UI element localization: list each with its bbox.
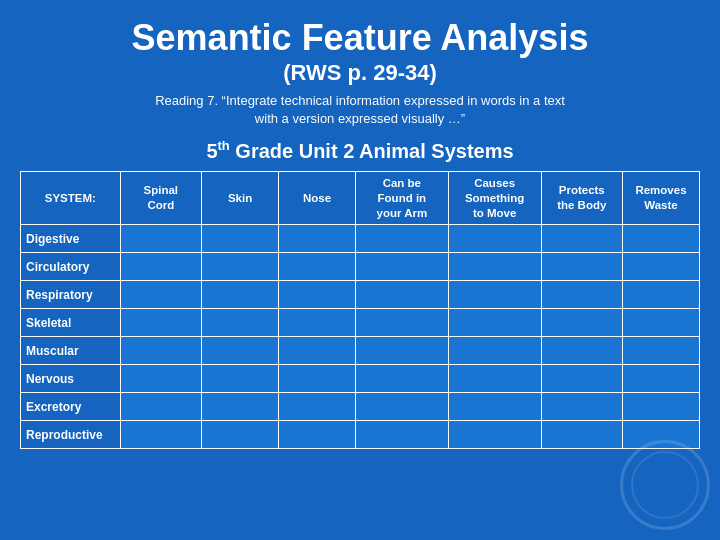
- table-cell: [448, 281, 541, 309]
- table-cell: [120, 225, 201, 253]
- col-header-protects: Protectsthe Body: [541, 171, 622, 225]
- table-row: Reproductive: [21, 421, 700, 449]
- table-cell: [448, 365, 541, 393]
- table-row: Muscular: [21, 337, 700, 365]
- table-cell: [541, 281, 622, 309]
- table-cell: [279, 225, 356, 253]
- table-cell: [355, 309, 448, 337]
- table-cell: [279, 365, 356, 393]
- table-cell: [202, 365, 279, 393]
- row-label: Excretory: [21, 393, 121, 421]
- table-cell: [622, 365, 699, 393]
- table-cell: [355, 393, 448, 421]
- table-row: Respiratory: [21, 281, 700, 309]
- table-cell: [279, 421, 356, 449]
- table-cell: [120, 365, 201, 393]
- table-cell: [448, 393, 541, 421]
- table-cell: [202, 253, 279, 281]
- table-row: Circulatory: [21, 253, 700, 281]
- row-label: Respiratory: [21, 281, 121, 309]
- table-cell: [120, 281, 201, 309]
- row-label: Digestive: [21, 225, 121, 253]
- table-row: Digestive: [21, 225, 700, 253]
- table-cell: [448, 253, 541, 281]
- table-cell: [448, 337, 541, 365]
- table-cell: [120, 309, 201, 337]
- col-header-skin: Skin: [202, 171, 279, 225]
- table-cell: [120, 421, 201, 449]
- table-cell: [279, 281, 356, 309]
- table-cell: [120, 337, 201, 365]
- table-cell: [279, 309, 356, 337]
- superscript: th: [218, 138, 230, 153]
- table-cell: [622, 225, 699, 253]
- col-header-nose: Nose: [279, 171, 356, 225]
- page: Semantic Feature Analysis (RWS p. 29-34)…: [0, 0, 720, 540]
- row-label: Nervous: [21, 365, 121, 393]
- table-cell: [622, 393, 699, 421]
- table-cell: [541, 309, 622, 337]
- row-label: Skeletal: [21, 309, 121, 337]
- reading-text: Reading 7. “Integrate technical informat…: [155, 92, 565, 128]
- table-cell: [279, 253, 356, 281]
- watermark-decoration: [620, 440, 710, 530]
- table-cell: [355, 337, 448, 365]
- table-cell: [541, 393, 622, 421]
- table-cell: [541, 365, 622, 393]
- table-cell: [202, 281, 279, 309]
- table-cell: [355, 225, 448, 253]
- table-cell: [355, 281, 448, 309]
- subtitle: (RWS p. 29-34): [283, 60, 437, 86]
- table-cell: [541, 225, 622, 253]
- table-row: Nervous: [21, 365, 700, 393]
- table-cell: [202, 309, 279, 337]
- table-cell: [120, 393, 201, 421]
- table-cell: [541, 337, 622, 365]
- col-header-spinal: SpinalCord: [120, 171, 201, 225]
- table-cell: [202, 421, 279, 449]
- table-cell: [202, 337, 279, 365]
- grade-title: 5th Grade Unit 2 Animal Systems: [206, 138, 513, 163]
- table-cell: [622, 281, 699, 309]
- table-cell: [355, 421, 448, 449]
- table-row: Excretory: [21, 393, 700, 421]
- row-label: Muscular: [21, 337, 121, 365]
- row-label: Circulatory: [21, 253, 121, 281]
- col-header-causes: CausesSomethingto Move: [448, 171, 541, 225]
- table-cell: [541, 421, 622, 449]
- table-cell: [448, 309, 541, 337]
- table-cell: [202, 225, 279, 253]
- table-cell: [622, 253, 699, 281]
- table-cell: [622, 309, 699, 337]
- col-header-removes: RemovesWaste: [622, 171, 699, 225]
- col-header-system: SYSTEM:: [21, 171, 121, 225]
- table-cell: [279, 393, 356, 421]
- table-cell: [279, 337, 356, 365]
- table-cell: [622, 421, 699, 449]
- main-title: Semantic Feature Analysis: [132, 18, 589, 58]
- row-label: Reproductive: [21, 421, 121, 449]
- col-header-canbe: Can beFound inyour Arm: [355, 171, 448, 225]
- table-cell: [622, 337, 699, 365]
- table-row: Skeletal: [21, 309, 700, 337]
- table-cell: [541, 253, 622, 281]
- table-cell: [355, 365, 448, 393]
- table-cell: [448, 421, 541, 449]
- table-cell: [202, 393, 279, 421]
- table-header-row: SYSTEM: SpinalCord Skin Nose Can beFound…: [21, 171, 700, 225]
- feature-table: SYSTEM: SpinalCord Skin Nose Can beFound…: [20, 171, 700, 450]
- table-cell: [120, 253, 201, 281]
- table-cell: [448, 225, 541, 253]
- table-cell: [355, 253, 448, 281]
